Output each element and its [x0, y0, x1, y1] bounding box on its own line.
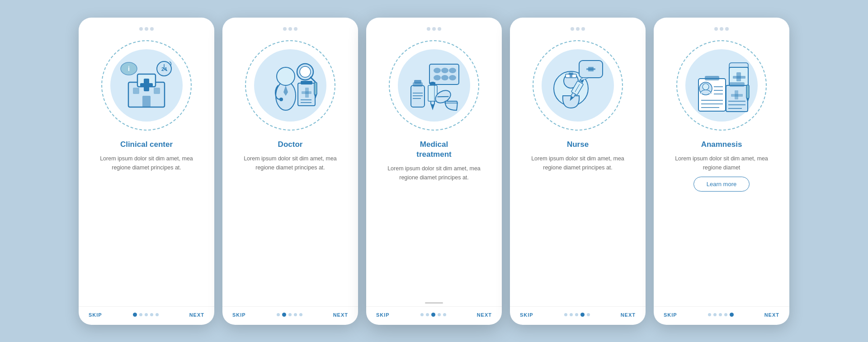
dot-5 — [724, 313, 727, 316]
phone-bottom-4: SKIP NEXT — [510, 306, 646, 325]
skip-button-1[interactable]: SKIP — [89, 312, 102, 318]
dots-row-4 — [564, 313, 590, 317]
status-dot — [725, 27, 729, 31]
status-bar-2 — [222, 26, 358, 32]
hospital-icon: i 24 — [117, 56, 176, 115]
status-dot — [150, 27, 154, 31]
svg-point-67 — [703, 84, 709, 90]
card-body-clinical-center: Lorem ipsum dolor sit dim amet, mea regi… — [79, 154, 214, 172]
dots-row-3 — [420, 313, 446, 317]
phone-bottom-2: SKIP NEXT — [222, 306, 358, 325]
card-body-medical-treatment: Lorem ipsum dolor sit dim amet, mea regi… — [366, 164, 502, 182]
svg-point-30 — [449, 68, 456, 73]
phone-card-doctor: Doctor Lorem ipsum dolor sit dim amet, m… — [222, 18, 358, 325]
status-dot — [288, 27, 292, 31]
next-button-5[interactable]: NEXT — [764, 312, 779, 318]
dots-row-1 — [133, 313, 159, 317]
dot-2 — [277, 313, 280, 316]
svg-rect-4 — [133, 88, 139, 94]
dot-3 — [426, 313, 429, 316]
status-dot — [714, 27, 718, 31]
dot-3-active — [431, 313, 435, 317]
dot-3 — [443, 313, 446, 316]
status-bar-1 — [79, 26, 214, 32]
phone-card-medical-treatment: Medical treatment Lorem ipsum dolor sit … — [366, 18, 502, 325]
card-title-doctor: Doctor — [269, 140, 312, 150]
dot-1 — [150, 313, 153, 316]
doctor-icon — [261, 56, 320, 115]
card-body-anamnesis: Lorem ipsum dolor sit dim amet, mea regi… — [654, 154, 789, 172]
status-bar-4 — [510, 26, 646, 32]
dot-2 — [288, 313, 292, 316]
card-title-clinical-center: Clinical center — [111, 140, 182, 150]
svg-rect-52 — [570, 75, 572, 77]
svg-text:i: i — [128, 65, 130, 72]
dot-4 — [587, 313, 590, 316]
card-body-doctor: Lorem ipsum dolor sit dim amet, mea regi… — [222, 154, 358, 172]
svg-rect-39 — [411, 85, 425, 107]
dot-2 — [299, 313, 302, 316]
medicine-icon — [405, 56, 463, 115]
dot-3 — [420, 313, 424, 316]
dot-5 — [713, 313, 717, 316]
status-dot — [427, 27, 430, 31]
nurse-icon — [548, 56, 607, 115]
phone-bottom-1: SKIP NEXT — [79, 306, 214, 325]
card-title-anamnesis: Anamnesis — [692, 140, 751, 150]
next-button-4[interactable]: NEXT — [621, 312, 636, 318]
dots-row-2 — [277, 313, 302, 317]
card-title-nurse: Nurse — [558, 140, 598, 150]
svg-marker-37 — [431, 105, 434, 110]
svg-point-29 — [441, 68, 448, 73]
dot-5 — [719, 313, 722, 316]
learn-more-button[interactable]: Learn more — [693, 177, 750, 192]
skip-button-3[interactable]: SKIP — [376, 312, 390, 318]
phone-card-nurse: Nurse Lorem ipsum dolor sit dim amet, me… — [510, 18, 646, 325]
illustration-nurse — [528, 36, 627, 135]
dot-4-active — [580, 313, 585, 317]
svg-point-15 — [279, 98, 283, 101]
svg-rect-38 — [430, 82, 435, 85]
dot-1-active — [133, 313, 137, 317]
dot-2-active — [282, 313, 286, 317]
svg-point-32 — [441, 75, 448, 80]
skip-button-2[interactable]: SKIP — [232, 312, 246, 318]
svg-rect-25 — [314, 82, 317, 95]
svg-rect-3 — [140, 83, 153, 87]
svg-rect-82 — [746, 85, 749, 98]
svg-rect-5 — [154, 88, 160, 94]
svg-rect-64 — [733, 76, 745, 79]
svg-rect-6 — [142, 96, 151, 107]
skip-button-4[interactable]: SKIP — [520, 312, 533, 318]
status-dot — [432, 27, 436, 31]
next-button-1[interactable]: NEXT — [189, 312, 204, 318]
svg-rect-61 — [586, 68, 595, 70]
svg-rect-20 — [301, 81, 312, 84]
dot-4 — [575, 313, 578, 316]
dot-1 — [139, 313, 142, 316]
illustration-clinical-center: i 24 — [97, 36, 196, 135]
dot-3 — [438, 313, 441, 316]
illustration-anamnesis — [672, 36, 771, 135]
status-dot — [571, 27, 574, 31]
status-bar-5 — [654, 26, 789, 32]
status-bar-3 — [366, 26, 502, 32]
phone-card-anamnesis: Anamnesis Lorem ipsum dolor sit dim amet… — [654, 18, 789, 325]
status-dot — [581, 27, 585, 31]
screens-container: i 24 Clinical center Lorem ipsum dolor s… — [79, 18, 789, 325]
svg-point-28 — [434, 68, 441, 73]
status-dot — [294, 27, 297, 31]
dot-5 — [708, 313, 711, 316]
status-dot — [145, 27, 148, 31]
scroll-indicator — [425, 302, 443, 304]
svg-rect-78 — [731, 94, 743, 97]
dot-5-active — [730, 313, 734, 317]
next-button-2[interactable]: NEXT — [333, 312, 348, 318]
svg-point-33 — [449, 75, 456, 80]
skip-button-5[interactable]: SKIP — [664, 312, 677, 318]
svg-point-17 — [300, 66, 311, 77]
svg-rect-74 — [705, 76, 719, 80]
phone-bottom-5: SKIP NEXT — [654, 306, 789, 325]
dot-4 — [564, 313, 567, 316]
next-button-3[interactable]: NEXT — [477, 312, 492, 318]
